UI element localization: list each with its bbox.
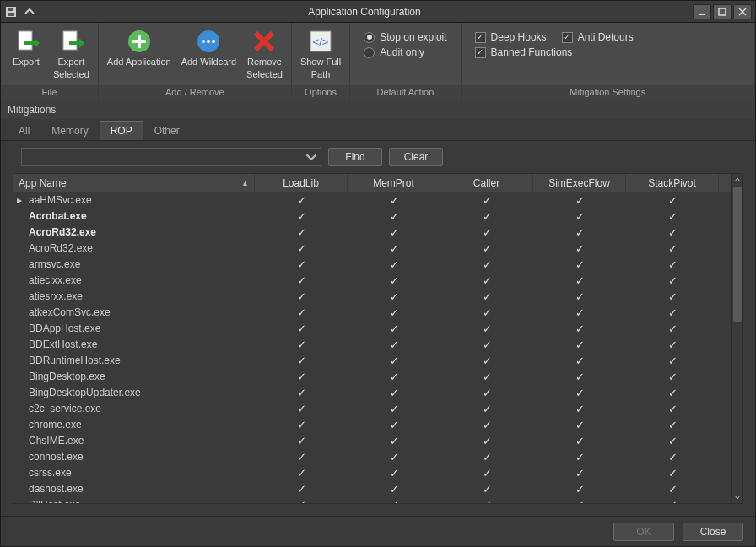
check-cell[interactable]: ✓ [348, 417, 440, 432]
chevron-up-icon[interactable] [23, 5, 36, 19]
check-cell[interactable]: ✓ [533, 401, 626, 416]
check-cell[interactable]: ✓ [440, 465, 533, 480]
check-cell[interactable]: ✓ [440, 225, 533, 240]
check-cell[interactable]: ✓ [440, 449, 533, 464]
check-cell[interactable]: ✓ [626, 369, 719, 384]
check-cell[interactable]: ✓ [626, 497, 719, 503]
check-cell[interactable]: ✓ [440, 192, 533, 208]
check-cell[interactable]: ✓ [626, 273, 719, 288]
check-cell[interactable]: ✓ [533, 433, 626, 448]
check-cell[interactable]: ✓ [348, 401, 440, 416]
check-cell[interactable]: ✓ [626, 321, 719, 336]
check-cell[interactable]: ✓ [626, 353, 719, 368]
check-cell[interactable]: ✓ [440, 401, 533, 416]
check-cell[interactable]: ✓ [440, 305, 533, 320]
check-cell[interactable]: ✓ [626, 449, 719, 464]
check-cell[interactable]: ✓ [533, 305, 626, 320]
check-cell[interactable]: ✓ [255, 225, 348, 240]
table-row[interactable]: ChsIME.exe✓✓✓✓✓ [14, 433, 731, 449]
check-cell[interactable]: ✓ [255, 369, 348, 384]
check-cell[interactable]: ✓ [348, 289, 440, 304]
show-full-path-button[interactable]: </> Show Full Path [297, 26, 344, 81]
check-cell[interactable]: ✓ [255, 449, 348, 464]
check-cell[interactable]: ✓ [626, 385, 719, 400]
tab-all[interactable]: All [8, 121, 40, 140]
column-header-caller[interactable]: Caller [440, 174, 533, 192]
stop-on-exploit-radio[interactable]: Stop on exploit [364, 31, 446, 43]
close-dialog-button[interactable]: Close [683, 523, 743, 541]
anti-detours-checkbox[interactable]: Anti Detours [562, 31, 634, 43]
check-cell[interactable]: ✓ [348, 305, 440, 320]
check-cell[interactable]: ✓ [348, 353, 440, 368]
check-cell[interactable]: ✓ [348, 481, 440, 496]
check-cell[interactable]: ✓ [440, 273, 533, 288]
check-cell[interactable]: ✓ [533, 481, 626, 496]
scroll-up-icon[interactable] [732, 174, 742, 186]
check-cell[interactable]: ✓ [533, 273, 626, 288]
export-selected-button[interactable]: Export Selected [50, 26, 93, 81]
check-cell[interactable]: ✓ [533, 385, 626, 400]
close-button[interactable] [733, 4, 752, 19]
check-cell[interactable]: ✓ [626, 257, 719, 272]
check-cell[interactable]: ✓ [348, 273, 440, 288]
table-row[interactable]: BingDesktop.exe✓✓✓✓✓ [14, 369, 731, 385]
check-cell[interactable]: ✓ [533, 241, 626, 256]
check-cell[interactable]: ✓ [533, 337, 626, 352]
clear-button[interactable]: Clear [389, 148, 443, 166]
check-cell[interactable]: ✓ [348, 337, 440, 352]
check-cell[interactable]: ✓ [626, 192, 719, 208]
check-cell[interactable]: ✓ [440, 289, 533, 304]
table-row[interactable]: BDExtHost.exe✓✓✓✓✓ [14, 337, 731, 353]
check-cell[interactable]: ✓ [533, 369, 626, 384]
table-row[interactable]: BDAppHost.exe✓✓✓✓✓ [14, 321, 731, 337]
check-cell[interactable]: ✓ [533, 257, 626, 272]
table-row[interactable]: atiesrxx.exe✓✓✓✓✓ [14, 289, 731, 305]
table-row[interactable]: csrss.exe✓✓✓✓✓ [14, 465, 731, 481]
table-row[interactable]: c2c_service.exe✓✓✓✓✓ [14, 401, 731, 417]
check-cell[interactable]: ✓ [255, 192, 348, 208]
check-cell[interactable]: ✓ [255, 481, 348, 496]
column-header-memprot[interactable]: MemProt [348, 174, 440, 192]
add-wildcard-button[interactable]: Add Wildcard [178, 26, 240, 69]
check-cell[interactable]: ✓ [255, 257, 348, 272]
table-row[interactable]: BDRuntimeHost.exe✓✓✓✓✓ [14, 353, 731, 369]
check-cell[interactable]: ✓ [348, 257, 440, 272]
table-row[interactable]: armsvc.exe✓✓✓✓✓ [14, 257, 731, 273]
check-cell[interactable]: ✓ [626, 305, 719, 320]
check-cell[interactable]: ✓ [440, 497, 533, 503]
table-row[interactable]: BingDesktopUpdater.exe✓✓✓✓✓ [14, 385, 731, 401]
check-cell[interactable]: ✓ [626, 433, 719, 448]
check-cell[interactable]: ✓ [440, 433, 533, 448]
check-cell[interactable]: ✓ [255, 401, 348, 416]
check-cell[interactable]: ✓ [626, 241, 719, 256]
table-row[interactable]: conhost.exe✓✓✓✓✓ [14, 449, 731, 465]
check-cell[interactable]: ✓ [533, 497, 626, 503]
check-cell[interactable]: ✓ [348, 192, 440, 208]
export-button[interactable]: Export [6, 26, 46, 69]
check-cell[interactable]: ✓ [533, 225, 626, 240]
check-cell[interactable]: ✓ [348, 385, 440, 400]
check-cell[interactable]: ✓ [533, 209, 626, 224]
table-row[interactable]: atkexComSvc.exe✓✓✓✓✓ [14, 305, 731, 321]
table-row[interactable]: AcroRd32.exe✓✓✓✓✓ [14, 241, 731, 257]
find-button[interactable]: Find [328, 148, 382, 166]
check-cell[interactable]: ✓ [440, 369, 533, 384]
check-cell[interactable]: ✓ [626, 337, 719, 352]
check-cell[interactable]: ✓ [348, 369, 440, 384]
table-row[interactable]: Acrobat.exe✓✓✓✓✓ [14, 209, 731, 225]
check-cell[interactable]: ✓ [348, 433, 440, 448]
check-cell[interactable]: ✓ [440, 353, 533, 368]
check-cell[interactable]: ✓ [348, 321, 440, 336]
check-cell[interactable]: ✓ [626, 417, 719, 432]
add-application-button[interactable]: Add Application [104, 26, 175, 69]
maximize-button[interactable] [713, 4, 732, 19]
check-cell[interactable]: ✓ [626, 481, 719, 496]
check-cell[interactable]: ✓ [533, 449, 626, 464]
tab-rop[interactable]: ROP [100, 121, 143, 140]
check-cell[interactable]: ✓ [533, 289, 626, 304]
minimize-button[interactable] [693, 4, 711, 19]
check-cell[interactable]: ✓ [626, 289, 719, 304]
ok-button[interactable]: OK [613, 523, 674, 541]
check-cell[interactable]: ✓ [348, 497, 440, 503]
save-icon[interactable] [4, 5, 18, 19]
